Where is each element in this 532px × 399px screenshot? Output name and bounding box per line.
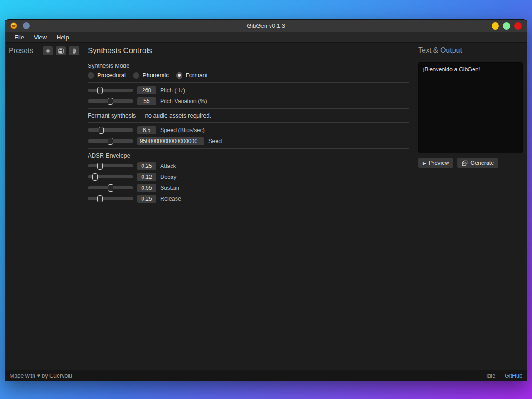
seed-slider[interactable] <box>88 139 133 143</box>
app-icon: W <box>10 22 17 29</box>
divider <box>88 148 409 149</box>
presets-panel: Presets <box>5 43 83 370</box>
dice-icon <box>462 160 468 166</box>
synthesis-panel: Synthesis Controls Synthesis Mode Proced… <box>83 43 414 370</box>
menubar: FileViewHelp <box>5 32 527 43</box>
decay-value[interactable]: 0.12 <box>137 173 156 181</box>
attack-slider-handle[interactable] <box>97 163 103 170</box>
seed-label: Seed <box>208 138 222 144</box>
radio-label: Formant <box>186 72 207 79</box>
minimize-button[interactable] <box>492 22 499 30</box>
release-slider-handle[interactable] <box>97 195 103 202</box>
divider <box>88 108 409 109</box>
preview-button[interactable]: ▶ Preview <box>418 158 453 168</box>
radio-procedural[interactable]: Procedural <box>88 72 126 79</box>
sustain-label: Sustain <box>160 185 179 191</box>
close-button[interactable] <box>514 22 522 30</box>
divider <box>88 59 409 59</box>
pitch-value[interactable]: 260 <box>137 86 156 94</box>
synthesis-mode-radios: ProceduralPhonemicFormant <box>88 72 409 79</box>
radio-formant[interactable]: Formant <box>176 72 207 79</box>
statusbar: Made with ♥ by Cuervolu Idle GitHub <box>5 370 527 381</box>
release-label: Release <box>160 196 181 202</box>
seed-row: 9500000000000000000Seed <box>88 137 409 145</box>
save-icon <box>58 48 64 54</box>
workspace-dot-icon <box>23 22 30 29</box>
decay-slider-handle[interactable] <box>92 173 98 181</box>
content: Presets <box>5 43 527 370</box>
menu-item-file[interactable]: File <box>10 33 28 42</box>
radio-circle-icon <box>133 72 139 79</box>
radio-phonemic[interactable]: Phonemic <box>133 72 169 79</box>
output-panel: Text & Output ▶ Preview Generate <box>414 43 527 370</box>
app-window: W GibGen v0.1.3 FileViewHelp Presets <box>5 19 527 381</box>
synthesis-mode-label: Synthesis Mode <box>88 62 409 69</box>
pitch-variation-slider-handle[interactable] <box>108 98 113 105</box>
generate-button[interactable]: Generate <box>457 158 498 168</box>
radio-circle-icon <box>88 72 94 79</box>
pitch-slider[interactable] <box>88 89 133 92</box>
play-icon: ▶ <box>423 161 426 166</box>
plus-icon <box>45 49 50 54</box>
generate-button-label: Generate <box>470 160 494 166</box>
decay-slider[interactable] <box>88 175 133 178</box>
decay-row: 0.12Decay <box>88 172 409 181</box>
speed-label: Speed (Blips/sec) <box>160 127 205 133</box>
pitch-label: Pitch (Hz) <box>160 87 185 94</box>
credits-text: Made with ♥ by Cuervolu <box>10 373 482 379</box>
delete-preset-button[interactable] <box>69 46 79 55</box>
adsr-slider-group: 0.25Attack0.12Decay0.55Sustain0.25Releas… <box>88 162 409 203</box>
pitch-variation-label: Pitch Variation (%) <box>160 98 207 104</box>
speed-slider-handle[interactable] <box>99 127 104 134</box>
speed-value[interactable]: 6.5 <box>137 126 156 134</box>
radio-label: Procedural <box>97 72 126 79</box>
sustain-value[interactable]: 0.55 <box>137 184 156 192</box>
release-slider[interactable] <box>88 197 133 200</box>
menu-item-view[interactable]: View <box>30 33 51 42</box>
divider <box>418 58 523 58</box>
save-preset-button[interactable] <box>56 46 66 55</box>
mode-note: Formant synthesis — no audio assets requ… <box>88 112 409 119</box>
speed-slider-group: 6.5Speed (Blips/sec)9500000000000000000S… <box>88 126 409 145</box>
window-title: GibGen v0.1.3 <box>5 22 527 29</box>
divider <box>88 122 409 123</box>
titlebar[interactable]: W GibGen v0.1.3 <box>5 20 527 32</box>
status-text: Idle <box>486 373 495 379</box>
attack-row: 0.25Attack <box>88 162 409 170</box>
radio-label: Phonemic <box>143 72 169 79</box>
add-preset-button[interactable] <box>43 46 53 55</box>
sustain-slider[interactable] <box>88 186 133 189</box>
github-link[interactable]: GitHub <box>505 373 522 379</box>
radio-circle-icon <box>176 72 182 79</box>
attack-value[interactable]: 0.25 <box>137 162 156 170</box>
maximize-button[interactable] <box>503 22 510 30</box>
pitch-variation-row: 55Pitch Variation (%) <box>88 97 409 105</box>
presets-title: Presets <box>9 47 33 55</box>
output-title: Text & Output <box>418 46 523 54</box>
release-row: 0.25Release <box>88 194 409 203</box>
adsr-label: ADSR Envelope <box>88 152 409 159</box>
release-value[interactable]: 0.25 <box>137 195 156 203</box>
attack-label: Attack <box>160 163 176 169</box>
pitch-row: 260Pitch (Hz) <box>88 86 409 94</box>
trash-icon <box>72 48 77 54</box>
synthesis-title: Synthesis Controls <box>88 46 409 55</box>
divider <box>88 82 409 83</box>
output-textarea[interactable] <box>418 62 523 153</box>
pitch-variation-slider[interactable] <box>88 99 133 103</box>
sustain-row: 0.55Sustain <box>88 183 409 192</box>
decay-label: Decay <box>160 174 176 180</box>
speed-row: 6.5Speed (Blips/sec) <box>88 126 409 134</box>
sustain-slider-handle[interactable] <box>108 184 113 192</box>
seed-value[interactable]: 9500000000000000000 <box>137 137 204 145</box>
speed-slider[interactable] <box>88 128 133 132</box>
pitch-variation-value[interactable]: 55 <box>137 97 156 105</box>
pitch-slider-group: 260Pitch (Hz)55Pitch Variation (%) <box>88 86 409 105</box>
menu-item-help[interactable]: Help <box>53 33 73 42</box>
pitch-slider-handle[interactable] <box>97 87 103 94</box>
attack-slider[interactable] <box>88 164 133 167</box>
status-separator <box>500 373 500 379</box>
preview-button-label: Preview <box>429 160 449 166</box>
seed-slider-handle[interactable] <box>108 138 113 145</box>
